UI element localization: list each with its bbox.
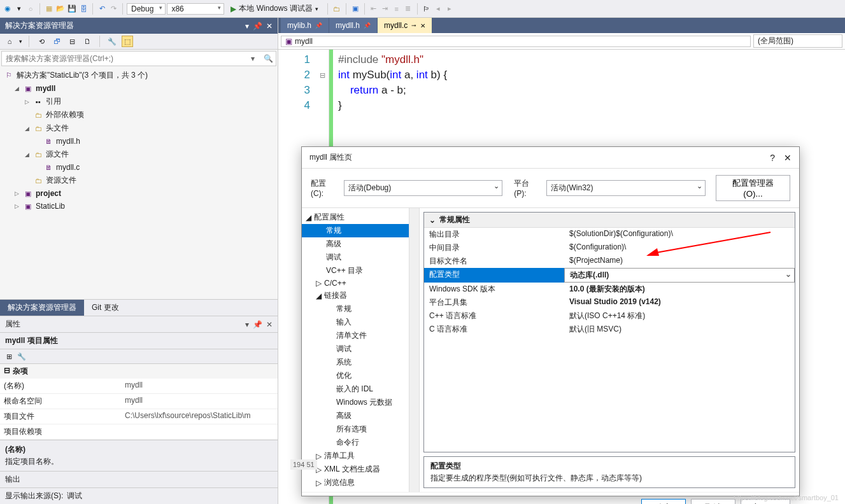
comment-icon[interactable]: ≡ [392, 4, 402, 14]
ok-button[interactable]: 确定 [641, 499, 686, 504]
tool-icon-1[interactable]: 🗀 [332, 4, 342, 14]
tree-link-adv[interactable]: 高级 [302, 409, 419, 423]
props-group-misc[interactable]: ⊟杂项 [0, 364, 278, 379]
tree-link-all[interactable]: 所有选项 [302, 423, 419, 436]
uncomment-icon[interactable]: ≣ [403, 4, 413, 14]
resources-node[interactable]: 🗀资源文件 [0, 174, 278, 187]
tree-link-idl[interactable]: 嵌入的 IDL [302, 382, 419, 396]
save-icon[interactable]: 💾 [67, 4, 77, 14]
cancel-button[interactable]: 取消 [691, 499, 735, 504]
search-input[interactable] [2, 52, 245, 66]
pin-icon[interactable]: 📌 [315, 22, 322, 29]
tab-solution-explorer[interactable]: 解决方案资源管理器 [0, 300, 84, 316]
tree-vcdir[interactable]: VC++ 目录 [302, 264, 419, 277]
solution-node[interactable]: ⚐解决方案"StaticLib"(3 个项目，共 3 个) [0, 69, 278, 82]
prop-file[interactable]: 项目文件C:\Users\lxf\source\repos\StaticLib\… [0, 409, 278, 424]
row-target-name[interactable]: 目标文件名$(ProjectName) [424, 255, 795, 268]
close-icon[interactable]: ✕ [784, 153, 792, 163]
redo-icon[interactable]: ↷ [108, 4, 118, 14]
project-mydll[interactable]: ◢▣mydll [0, 82, 278, 95]
tree-general[interactable]: 常规 [302, 224, 419, 237]
row-intermediate-dir[interactable]: 中间目录$(Configuration)\ [424, 241, 795, 255]
nav-fwd-icon[interactable]: ○ [25, 4, 36, 14]
search-dropdown-icon[interactable]: ▾ [245, 52, 260, 66]
bookmark-next-icon[interactable]: ▸ [444, 4, 455, 14]
tree-link-manifest[interactable]: 清单文件 [302, 329, 419, 342]
platform-select[interactable]: 活动(Win32) [546, 180, 705, 196]
start-debug-button[interactable]: ▶ 本地 Windows 调试器 ▾ [225, 2, 323, 15]
dropdown-icon[interactable]: ▾ [245, 320, 249, 329]
open-icon[interactable]: 📂 [55, 4, 66, 14]
output-source-val[interactable]: 调试 [67, 491, 82, 501]
external-deps-node[interactable]: 🗀外部依赖项 [0, 108, 278, 122]
prop-namespace[interactable]: 根命名空间mydll [0, 394, 278, 409]
properties-icon[interactable]: 🔧 [106, 36, 118, 47]
tree-debug[interactable]: 调试 [302, 251, 419, 264]
scope-global[interactable]: (全局范围) [753, 34, 842, 48]
bookmark-icon[interactable]: 🏳 [422, 4, 432, 14]
references-node[interactable]: ▷▪▪引用 [0, 95, 278, 108]
tree-xml-gen[interactable]: ▷XML 文档生成器 [302, 463, 419, 476]
pin-icon[interactable]: 📌 [253, 320, 262, 329]
tree-advanced[interactable]: 高级 [302, 237, 419, 251]
categorize-icon[interactable]: ⊞ [4, 351, 14, 361]
tree-link-opt[interactable]: 优化 [302, 369, 419, 382]
tree-link-debug[interactable]: 调试 [302, 342, 419, 356]
tool-icon-2[interactable]: ▣ [350, 4, 360, 14]
indent-left-icon[interactable]: ⇤ [369, 4, 379, 14]
bookmark-prev-icon[interactable]: ◂ [433, 4, 443, 14]
row-sdk-version[interactable]: Windows SDK 版本10.0 (最新安装的版本) [424, 283, 795, 296]
sync-icon[interactable]: ⟲ [36, 36, 47, 47]
close-icon[interactable]: ✕ [420, 22, 425, 29]
tab-git[interactable]: Git 更改 [84, 300, 127, 316]
alpha-icon[interactable]: 🔧 [17, 351, 27, 361]
tree-link-cmd[interactable]: 命令行 [302, 436, 419, 449]
pin-icon[interactable]: ⊸ [411, 22, 416, 29]
tab-mydll-h[interactable]: mydll.h📌 [329, 18, 378, 33]
preview-icon[interactable]: ⬚ [122, 36, 133, 47]
tab-mydll-c[interactable]: mydll.c⊸✕ [378, 18, 432, 33]
nav-back-drop-icon[interactable]: ▾ [14, 4, 24, 14]
config-combo[interactable]: Debug [127, 3, 166, 15]
tree-linker[interactable]: ◢链接器 [302, 289, 419, 302]
prop-name[interactable]: (名称)mydll [0, 379, 278, 394]
source-file[interactable]: 🗎mydll.c [0, 161, 278, 174]
tree-config-props[interactable]: ◢配置属性 [302, 211, 419, 224]
platform-combo[interactable]: x86 [167, 3, 224, 15]
close-icon[interactable]: ✕ [266, 22, 273, 31]
row-cpp-std[interactable]: C++ 语言标准默认(ISO C++14 标准) [424, 309, 795, 323]
tree-link-system[interactable]: 系统 [302, 356, 419, 369]
tab-mylib-h[interactable]: mylib.h📌 [281, 18, 329, 33]
search-icon[interactable]: 🔍 [260, 52, 276, 66]
pin-icon[interactable]: 📌 [364, 22, 371, 29]
dropdown-icon[interactable]: ▾ [245, 22, 249, 31]
save-all-icon[interactable]: 🗄 [78, 4, 89, 14]
project-staticlib[interactable]: ▷▣StaticLib [0, 200, 278, 213]
row-toolset[interactable]: 平台工具集Visual Studio 2019 (v142) [424, 296, 795, 309]
tree-link-general[interactable]: 常规 [302, 302, 419, 316]
indent-right-icon[interactable]: ⇥ [380, 4, 390, 14]
help-icon[interactable]: ? [770, 153, 775, 163]
pin-icon[interactable]: 📌 [253, 22, 262, 31]
collapse-icon[interactable]: ⊟ [66, 36, 78, 47]
config-manager-button[interactable]: 配置管理器(O)... [716, 175, 790, 201]
tree-scrollbar[interactable] [409, 208, 419, 492]
close-icon[interactable]: ✕ [266, 320, 273, 329]
header-file[interactable]: 🗎mydll.h [0, 135, 278, 148]
row-output-dir[interactable]: 输出目录$(SolutionDir)$(Configuration)\ [424, 228, 795, 241]
prop-deps[interactable]: 项目依赖项 [0, 424, 278, 440]
headers-node[interactable]: ◢🗀头文件 [0, 122, 278, 135]
refresh-icon[interactable]: 🗗 [51, 36, 62, 47]
tree-link-input[interactable]: 输入 [302, 316, 419, 329]
nav-back-icon[interactable]: ◉ [3, 4, 13, 14]
tree-browse-info[interactable]: ▷浏览信息 [302, 476, 419, 489]
scope-project[interactable]: ▣mydll [281, 36, 751, 47]
show-all-icon[interactable]: 🗋 [82, 36, 93, 47]
config-select[interactable]: 活动(Debug) [344, 180, 502, 196]
tree-link-winmeta[interactable]: Windows 元数据 [302, 396, 419, 409]
tree-manifest-tool[interactable]: ▷清单工具 [302, 449, 419, 463]
row-c-std[interactable]: C 语言标准默认(旧 MSVC) [424, 323, 795, 336]
new-project-icon[interactable]: ▦ [44, 4, 54, 14]
project-project[interactable]: ▷▣project [0, 187, 278, 200]
tree-cpp[interactable]: ▷C/C++ [302, 277, 419, 289]
